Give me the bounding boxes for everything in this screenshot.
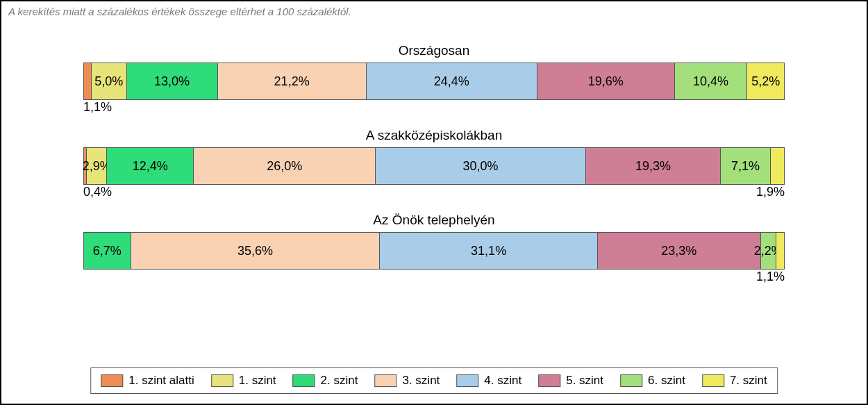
below-left-label: 1,1% xyxy=(83,100,112,115)
legend-label: 4. szint xyxy=(484,374,521,388)
bar-segment: 24,4% xyxy=(367,63,537,99)
segment-label: 7,1% xyxy=(731,159,760,174)
stacked-bar: 2,9%12,4%26,0%30,0%19,3%7,1% xyxy=(83,147,785,185)
legend-swatch xyxy=(702,374,724,387)
chart-row: A szakközépiskolákban2,9%12,4%26,0%30,0%… xyxy=(1,128,867,201)
chart-frame: A kerekítés miatt a százalékos értékek ö… xyxy=(0,0,868,405)
bar-segment: 5,2% xyxy=(747,63,783,99)
bar-segment: 2,9% xyxy=(87,148,107,184)
bar-segment: 10,4% xyxy=(675,63,748,99)
bar-segment: 6,7% xyxy=(84,233,131,269)
bar-segment: 5,0% xyxy=(92,63,126,99)
bar-segment: 13,0% xyxy=(127,63,218,99)
legend-label: 6. szint xyxy=(648,374,685,388)
segment-label: 23,3% xyxy=(661,244,696,258)
bar-shell: 5,0%13,0%21,2%24,4%19,6%10,4%5,2%1,1% xyxy=(83,63,785,117)
legend-label: 2. szint xyxy=(321,374,358,388)
bar-segment xyxy=(771,148,784,184)
legend-item: 1. szint xyxy=(211,374,276,388)
bar-segment: 21,2% xyxy=(218,63,367,99)
segment-label: 26,0% xyxy=(267,159,302,174)
segment-label: 5,2% xyxy=(751,74,780,89)
legend-item: 4. szint xyxy=(456,374,521,388)
segment-label: 12,4% xyxy=(133,159,168,174)
segment-label: 21,2% xyxy=(274,74,310,89)
bar-segment: 31,1% xyxy=(380,233,597,269)
legend-label: 7. szint xyxy=(730,374,767,388)
legend-item: 3. szint xyxy=(374,374,440,388)
legend-item: 2. szint xyxy=(293,374,358,388)
below-labels: 1,1% xyxy=(83,270,785,286)
stacked-bar: 5,0%13,0%21,2%24,4%19,6%10,4%5,2% xyxy=(83,63,785,100)
chart-row: Az Önök telephelyén6,7%35,6%31,1%23,3%2,… xyxy=(1,213,867,286)
bar-shell: 6,7%35,6%31,1%23,3%2,2%1,1% xyxy=(83,232,785,286)
below-labels: 0,4%1,9% xyxy=(83,185,785,201)
segment-label: 35,6% xyxy=(237,244,273,258)
bar-segment: 12,4% xyxy=(107,148,194,184)
legend-swatch xyxy=(101,374,123,387)
legend-item: 1. szint alatti xyxy=(101,374,194,388)
bar-segment xyxy=(84,63,92,99)
stacked-bar: 6,7%35,6%31,1%23,3%2,2% xyxy=(83,232,785,270)
segment-label: 19,6% xyxy=(588,74,624,89)
legend-label: 5. szint xyxy=(566,374,603,388)
row-title: Az Önök telephelyén xyxy=(1,213,867,228)
legend-item: 7. szint xyxy=(702,374,767,388)
legend-swatch xyxy=(374,374,397,387)
bar-segment: 30,0% xyxy=(376,148,585,184)
legend-swatch xyxy=(620,374,642,387)
segment-label: 6,7% xyxy=(93,244,122,258)
row-title: A szakközépiskolákban xyxy=(1,128,867,143)
segment-label: 5,0% xyxy=(94,74,123,89)
rounding-note: A kerekítés miatt a százalékos értékek ö… xyxy=(1,1,867,17)
legend-label: 1. szint alatti xyxy=(128,374,194,388)
legend-label: 1. szint xyxy=(239,374,276,388)
legend-item: 5. szint xyxy=(538,374,603,388)
row-title: Országosan xyxy=(1,43,867,58)
below-right-label: 1,9% xyxy=(756,185,785,199)
legend-swatch xyxy=(293,374,315,387)
segment-label: 30,0% xyxy=(462,159,498,174)
segment-label: 31,1% xyxy=(471,244,506,258)
legend: 1. szint alatti1. szint2. szint3. szint4… xyxy=(90,367,778,394)
bar-segment: 19,6% xyxy=(537,63,675,99)
chart-row: Országosan5,0%13,0%21,2%24,4%19,6%10,4%5… xyxy=(1,43,867,117)
bar-segment: 2,2% xyxy=(761,233,776,269)
bar-shell: 2,9%12,4%26,0%30,0%19,3%7,1%0,4%1,9% xyxy=(83,147,785,201)
bar-segment: 26,0% xyxy=(194,148,376,184)
legend-swatch xyxy=(538,374,560,387)
legend-swatch xyxy=(211,374,233,387)
bar-segment: 35,6% xyxy=(131,233,381,269)
legend-item: 6. szint xyxy=(620,374,685,388)
segment-label: 13,0% xyxy=(154,74,190,89)
bar-segment xyxy=(776,233,784,269)
below-right-label: 1,1% xyxy=(756,270,785,284)
segment-label: 24,4% xyxy=(434,74,469,89)
segment-label: 19,3% xyxy=(635,159,671,174)
legend-swatch xyxy=(456,374,478,387)
below-left-label: 0,4% xyxy=(83,185,112,199)
segment-label: 10,4% xyxy=(693,74,728,89)
bar-segment: 23,3% xyxy=(598,233,761,269)
bar-segment: 7,1% xyxy=(721,148,771,184)
legend-label: 3. szint xyxy=(402,374,440,388)
bar-segment: 19,3% xyxy=(586,148,721,184)
below-labels: 1,1% xyxy=(83,100,785,117)
chart-area: Országosan5,0%13,0%21,2%24,4%19,6%10,4%5… xyxy=(1,43,867,297)
